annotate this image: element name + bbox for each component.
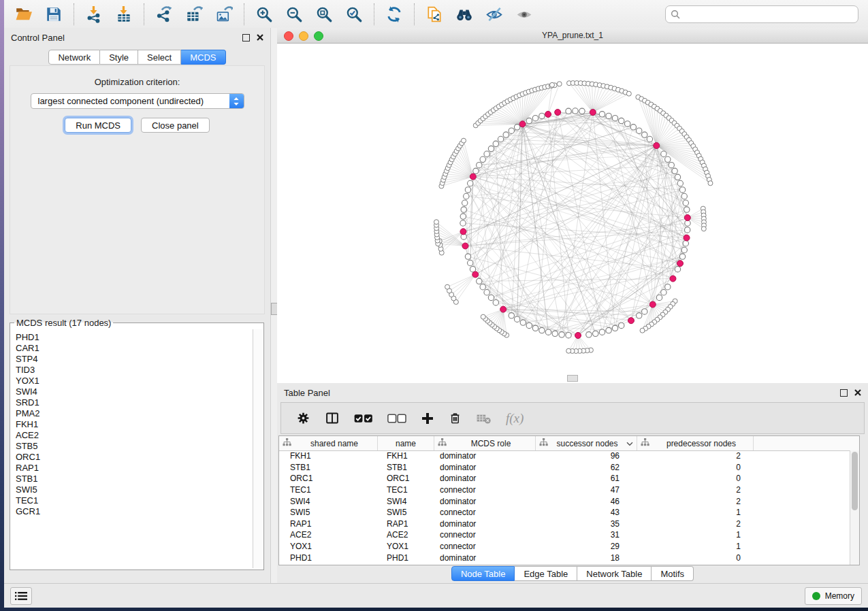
show-all-button[interactable] — [512, 3, 536, 25]
ring-node[interactable] — [477, 162, 482, 167]
satellite-node[interactable] — [708, 181, 713, 186]
close-panel-icon[interactable] — [257, 34, 263, 41]
mcds-result-item[interactable]: YOX1 — [16, 376, 252, 386]
mcds-node[interactable] — [462, 243, 468, 249]
table-tab-edge-table[interactable]: Edge Table — [515, 566, 577, 581]
satellite-node[interactable] — [557, 82, 562, 86]
mcds-result-item[interactable]: TEC1 — [16, 495, 252, 506]
table-options-button[interactable] — [296, 411, 310, 425]
table-tab-motifs[interactable]: Motifs — [652, 566, 694, 581]
satellite-node[interactable] — [640, 328, 645, 333]
horizontal-splitter-handle[interactable] — [567, 375, 578, 382]
zoom-selected-button[interactable] — [342, 3, 366, 25]
mcds-node[interactable] — [519, 121, 526, 127]
mcds-result-item[interactable]: PMA2 — [16, 408, 252, 419]
ring-node[interactable] — [619, 118, 624, 123]
mcds-result-item[interactable]: GCR1 — [16, 506, 252, 517]
close-panel-button[interactable]: Close panel — [141, 118, 210, 133]
network-canvas[interactable] — [277, 43, 868, 383]
mcds-node[interactable] — [670, 276, 676, 282]
ring-node[interactable] — [599, 329, 605, 335]
mcds-result-item[interactable]: PHD1 — [16, 332, 252, 343]
table-row[interactable]: SWI4SWI4dominator462 — [279, 495, 850, 507]
satellite-node[interactable] — [445, 284, 450, 289]
column-header-predecessor-nodes[interactable]: predecessor nodes — [637, 436, 754, 450]
zoom-out-button[interactable] — [282, 3, 306, 25]
satellite-node[interactable] — [550, 82, 555, 87]
ring-node[interactable] — [606, 113, 611, 118]
ring-node[interactable] — [539, 113, 545, 118]
ring-node[interactable] — [681, 247, 687, 252]
table-row[interactable]: RAP1RAP1dominator352 — [279, 518, 850, 530]
table-row[interactable]: YOX1YOX1connector291 — [279, 541, 850, 552]
mcds-node[interactable] — [677, 261, 684, 267]
ring-node[interactable] — [532, 325, 538, 331]
ring-node[interactable] — [552, 331, 558, 336]
table-scrollbar-thumb[interactable] — [852, 452, 858, 510]
ring-node[interactable] — [460, 220, 466, 226]
show-columns-button[interactable] — [325, 411, 340, 425]
ring-node[interactable] — [488, 295, 494, 300]
deselect-all-button[interactable] — [387, 413, 406, 424]
mcds-node[interactable] — [684, 214, 690, 220]
ring-node[interactable] — [661, 290, 666, 295]
ring-node[interactable] — [637, 128, 642, 133]
open-file-button[interactable] — [12, 3, 36, 25]
ring-node[interactable] — [493, 299, 498, 305]
ring-node[interactable] — [477, 278, 482, 284]
ring-node[interactable] — [684, 207, 690, 212]
optimization-criterion-dropdown[interactable]: largest connected component (undirected) — [31, 93, 244, 109]
ring-node[interactable] — [637, 313, 642, 318]
mcds-result-item[interactable]: STB5 — [16, 441, 252, 452]
ring-node[interactable] — [672, 168, 677, 174]
mcds-result-item[interactable]: CAR1 — [16, 343, 252, 354]
export-table-button[interactable] — [182, 3, 206, 25]
ring-node[interactable] — [675, 267, 680, 272]
ring-node[interactable] — [684, 227, 690, 233]
ring-node[interactable] — [498, 136, 503, 142]
ring-node[interactable] — [647, 136, 652, 142]
ring-node[interactable] — [675, 174, 680, 180]
column-header-successor-nodes[interactable]: successor nodes — [536, 436, 637, 450]
delete-column-button[interactable] — [449, 411, 462, 425]
ring-node[interactable] — [493, 141, 498, 146]
save-session-button[interactable] — [42, 3, 66, 25]
mcds-result-item[interactable]: RAP1 — [16, 463, 252, 474]
table-row[interactable]: ORC1ORC1dominator610 — [279, 473, 850, 484]
table-row[interactable]: PHD1PHD1dominator180 — [279, 552, 850, 563]
table-row[interactable]: ACE2ACE2connector311 — [279, 529, 850, 541]
tab-mcds[interactable]: MCDS — [181, 50, 225, 65]
ring-node[interactable] — [484, 151, 489, 156]
table-tab-node-table[interactable]: Node Table — [451, 566, 515, 581]
ring-node[interactable] — [619, 323, 624, 328]
ring-node[interactable] — [520, 320, 526, 325]
satellite-node[interactable] — [701, 227, 706, 231]
task-history-button[interactable] — [10, 587, 32, 605]
mcds-result-item[interactable]: TID3 — [16, 365, 252, 376]
mcds-node[interactable] — [590, 110, 596, 116]
search-input[interactable] — [684, 9, 853, 20]
ring-node[interactable] — [460, 214, 466, 219]
close-window-traffic-light[interactable] — [284, 31, 293, 41]
close-table-panel-icon[interactable] — [854, 389, 861, 396]
ring-node[interactable] — [559, 332, 564, 337]
import-table-button[interactable] — [112, 3, 136, 25]
export-image-button[interactable] — [212, 3, 236, 25]
ring-node[interactable] — [593, 331, 598, 336]
ring-node[interactable] — [579, 108, 585, 114]
hide-selected-button[interactable] — [482, 3, 507, 25]
mcds-result-item[interactable]: STB1 — [16, 474, 252, 484]
table-row[interactable]: STB1STB1dominator620 — [279, 462, 850, 474]
ring-node[interactable] — [526, 118, 532, 123]
tab-select[interactable]: Select — [138, 50, 181, 65]
ring-node[interactable] — [514, 316, 519, 322]
mcds-node[interactable] — [555, 110, 561, 116]
ring-node[interactable] — [642, 309, 647, 314]
import-network-button[interactable] — [82, 3, 106, 25]
ring-node[interactable] — [612, 116, 617, 121]
ring-node[interactable] — [509, 313, 514, 318]
ring-node[interactable] — [484, 290, 489, 295]
zoom-window-traffic-light[interactable] — [314, 31, 323, 41]
add-column-button[interactable] — [421, 412, 434, 425]
ring-node[interactable] — [488, 146, 494, 151]
